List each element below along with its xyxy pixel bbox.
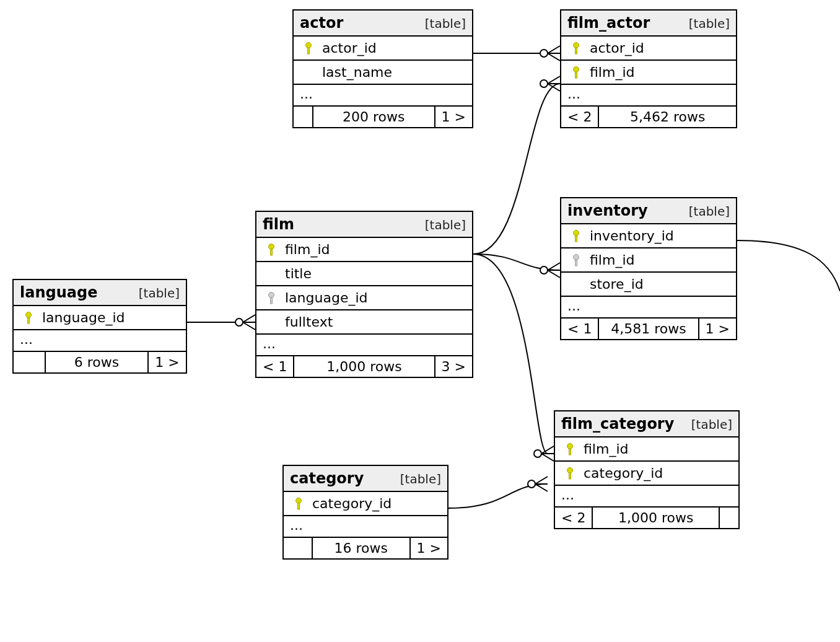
table-footer: 200 rows 1 > [294,107,472,127]
key-icon [263,243,280,257]
out-refs: 1 > [435,107,472,127]
svg-point-30 [574,66,579,72]
svg-rect-43 [298,503,300,509]
key-icon [561,467,579,480]
table-footer: < 2 1,000 rows [555,508,738,528]
column-row: language_id [256,286,472,310]
column-name: film_id [579,441,628,457]
rel-actor-filmactor [473,46,560,61]
svg-point-34 [269,244,274,249]
column-name: actor_id [585,40,644,56]
key-icon [567,253,585,267]
table-title: language [20,284,97,301]
svg-line-23 [535,477,548,484]
svg-rect-35 [271,249,273,255]
table-kind: [table] [425,218,466,232]
key-icon [20,311,37,325]
table-kind: [table] [139,286,180,301]
column-name: inventory_id [585,228,674,244]
table-footer: 6 rows 1 > [14,352,186,372]
svg-line-2 [548,46,560,53]
svg-point-28 [574,42,579,48]
key-icon [567,66,585,79]
svg-line-19 [541,446,554,454]
row-count: 1,000 rows [294,356,435,377]
column-row: fulltext [256,310,472,335]
column-row: film_id [561,248,736,273]
column-row: film_id [555,438,738,462]
ellipsis: ... [561,297,736,319]
svg-point-18 [534,450,541,457]
rel-inventory-out [737,240,840,291]
column-name: category_id [579,465,663,481]
svg-line-11 [243,315,255,322]
svg-point-10 [235,319,243,326]
rel-category-filmcategory [448,477,548,508]
table-title: film_category [561,415,674,433]
svg-line-8 [548,84,560,91]
svg-rect-27 [308,48,310,54]
table-header: inventory [table] [561,198,736,224]
svg-rect-45 [569,449,571,455]
column-row: language_id [14,306,186,330]
column-name: category_id [307,496,392,511]
svg-line-21 [541,454,554,461]
table-header: film [table] [256,212,472,238]
table-header: film_actor [table] [561,11,736,37]
column-name: language_id [37,310,125,325]
ellipsis: ... [284,516,447,538]
in-refs: < 1 [561,319,599,339]
out-refs: 1 > [149,352,186,372]
table-kind: [table] [400,472,441,486]
out-refs [720,508,738,528]
out-refs: 1 > [699,319,736,339]
svg-rect-29 [575,48,577,54]
table-title: category [290,470,364,487]
column-row: store_id [561,273,736,297]
key-icon [300,42,317,55]
row-count: 1,000 rows [593,508,720,528]
svg-rect-41 [575,260,577,266]
column-name: fulltext [280,314,333,330]
table-film-category: film_category [table] film_id category_i… [554,410,740,529]
ellipsis: ... [555,486,738,508]
svg-rect-31 [575,72,577,78]
rel-language-film [187,315,255,330]
table-actor: actor [table] actor_id last_name ... 200… [292,9,473,128]
column-row: film_id [256,238,472,262]
table-kind: [table] [689,204,730,219]
row-count: 4,581 rows [599,319,699,339]
table-kind: [table] [425,16,466,31]
svg-point-14 [540,266,548,274]
table-language: language [table] language_id ... 6 rows … [12,279,187,374]
svg-point-40 [574,254,579,260]
svg-rect-39 [575,235,577,242]
key-icon [561,442,579,456]
table-footer: < 1 1,000 rows 3 > [256,356,472,377]
out-refs: 1 > [411,538,447,558]
svg-point-1 [540,50,548,57]
ellipsis: ... [256,335,472,356]
row-count: 6 rows [46,352,149,372]
svg-point-38 [574,230,579,235]
table-kind: [table] [691,417,732,432]
rel-film-filmcategory [473,254,554,461]
row-count: 16 rows [313,538,411,558]
svg-point-26 [306,42,312,48]
column-name: actor_id [317,40,377,56]
key-icon [290,497,307,511]
svg-point-32 [26,312,32,317]
table-title: inventory [567,202,648,219]
column-row: category_id [284,492,447,516]
row-count: 5,462 rows [599,107,736,127]
ellipsis: ... [14,330,186,352]
table-kind: [table] [689,16,730,31]
table-header: category [table] [284,466,447,492]
svg-point-46 [567,467,573,473]
column-name: language_id [280,290,368,306]
svg-point-22 [528,480,535,488]
ellipsis: ... [561,85,736,107]
key-icon [567,229,585,243]
out-refs: 3 > [435,356,472,377]
table-header: language [table] [14,280,186,306]
